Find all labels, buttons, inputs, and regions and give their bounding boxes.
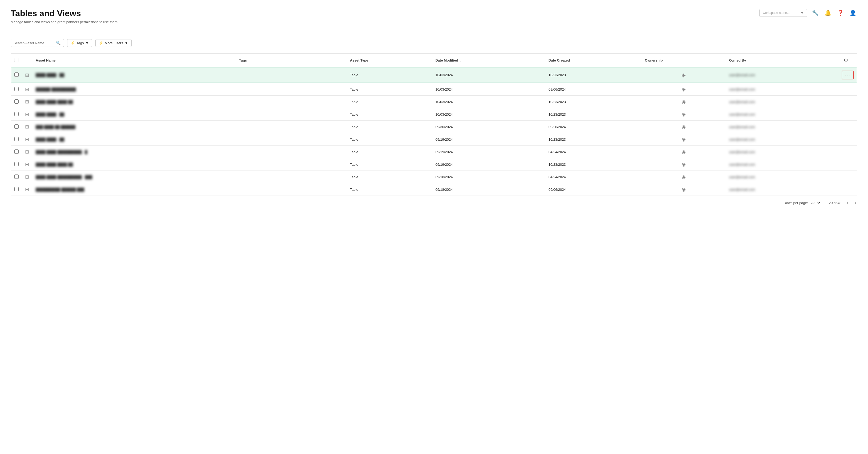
owned-by-cell: user@email.com: [726, 83, 838, 96]
table-asset-icon: ⊞: [25, 112, 29, 117]
date-created-cell: 10/23/2023: [545, 108, 642, 121]
next-page-button[interactable]: ›: [854, 200, 857, 206]
shield-icon: ◉: [682, 112, 686, 117]
actions-cell: [838, 83, 857, 96]
tags-cell: [236, 183, 347, 196]
search-icon[interactable]: 🔍: [55, 41, 61, 45]
select-all-header: [11, 54, 22, 67]
toolbar: 🔍 ⚡ Tags ▼ ⚡ More Filters ▼: [11, 39, 857, 47]
prev-page-button[interactable]: ‹: [846, 200, 849, 206]
workspace-dropdown[interactable]: workspace name... ▼: [759, 9, 807, 17]
page-title: Tables and Views: [11, 8, 118, 19]
owned-by-cell: user@email.com: [726, 171, 838, 183]
user-icon[interactable]: 👤: [848, 8, 857, 17]
date-created-cell: 10/23/2023: [545, 133, 642, 146]
row-checkbox-cell: [11, 67, 22, 83]
tags-cell: [236, 133, 347, 146]
asset-name-cell[interactable]: ██████ ██████████: [32, 83, 236, 96]
row-checkbox-cell: [11, 146, 22, 158]
owned-by-cell: user@email.com: [726, 133, 838, 146]
table-row: ⊞██████ ██████████Table10/03/202409/06/2…: [11, 83, 857, 96]
table-asset-icon: ⊞: [25, 149, 29, 154]
owned-by-cell: user@email.com: [726, 67, 838, 83]
sort-down-icon: ↓: [460, 59, 462, 62]
table-row: ⊞████ ████ - ██Table10/03/202410/23/2023…: [11, 108, 857, 121]
row-checkbox-cell: [11, 83, 22, 96]
actions-cell: [838, 146, 857, 158]
actions-cell: [838, 108, 857, 121]
settings-col-header: ⚙: [838, 54, 857, 67]
row-checkbox[interactable]: [14, 87, 19, 91]
asset-name-cell[interactable]: ██████████ ██████ ███: [32, 183, 236, 196]
shield-icon: ◉: [682, 149, 686, 154]
asset-type-cell: Table: [347, 171, 432, 183]
rows-per-page-label: Rows per page:: [783, 201, 808, 205]
asset-type-cell: Table: [347, 83, 432, 96]
ownership-cell: ◉: [642, 158, 726, 171]
date-created-cell: 10/23/2023: [545, 67, 642, 83]
tags-cell: [236, 67, 347, 83]
date-created-cell: 09/06/2024: [545, 83, 642, 96]
row-icon-cell: ⊞: [22, 108, 32, 121]
table-asset-icon: ⊞: [25, 124, 29, 129]
date-modified-cell: 09/18/2024: [432, 171, 545, 183]
row-checkbox[interactable]: [14, 175, 19, 179]
asset-name-cell[interactable]: ████ ████ - ██: [32, 67, 236, 83]
workspace-label: workspace name...: [763, 11, 790, 14]
row-checkbox[interactable]: [14, 112, 19, 116]
asset-name-cell[interactable]: ████ ████ - ██: [32, 133, 236, 146]
ownership-col-header: Ownership: [642, 54, 726, 67]
row-checkbox[interactable]: [14, 124, 19, 129]
rows-per-page-select[interactable]: 20 50 100: [810, 201, 821, 205]
tags-filter-button[interactable]: ⚡ Tags ▼: [67, 39, 92, 47]
search-box[interactable]: 🔍: [11, 39, 64, 47]
wrench-icon[interactable]: 🔧: [811, 8, 820, 17]
asset-name-cell[interactable]: ████ ████ ████ ██: [32, 158, 236, 171]
ownership-cell: ◉: [642, 121, 726, 133]
asset-type-cell: Table: [347, 96, 432, 108]
ownership-cell: ◉: [642, 133, 726, 146]
asset-name-cell[interactable]: ████ ████ - ██: [32, 108, 236, 121]
page-subtitle: Manage tables and views and grant partne…: [11, 20, 118, 24]
asset-name-cell[interactable]: ████ ████ ██████████ - ███: [32, 171, 236, 183]
table-asset-icon: ⊞: [25, 99, 29, 104]
date-modified-col-header[interactable]: Date Modified ↓: [432, 54, 545, 67]
icon-col-header: [22, 54, 32, 67]
row-checkbox-cell: [11, 183, 22, 196]
more-filters-icon: ⚡: [99, 41, 103, 45]
column-settings-button[interactable]: ⚙: [842, 56, 850, 64]
row-checkbox[interactable]: [14, 72, 19, 77]
owned-by-cell: user@email.com: [726, 121, 838, 133]
tags-cell: [236, 171, 347, 183]
more-filters-button[interactable]: ⚡ More Filters ▼: [95, 39, 132, 47]
asset-name-cell[interactable]: ████ ████ ██████████ - █: [32, 146, 236, 158]
row-checkbox[interactable]: [14, 162, 19, 166]
table-row: ⊞███ ████ ██ ██████Table09/30/202409/26/…: [11, 121, 857, 133]
row-checkbox[interactable]: [14, 187, 19, 191]
actions-cell: [838, 133, 857, 146]
row-checkbox-cell: [11, 108, 22, 121]
header-right: workspace name... ▼ 🔧 🔔 ❓ 👤: [759, 8, 857, 17]
select-all-checkbox[interactable]: [14, 58, 19, 62]
owned-by-cell: user@email.com: [726, 183, 838, 196]
row-icon-cell: ⊞: [22, 83, 32, 96]
date-created-cell: 04/24/2024: [545, 146, 642, 158]
asset-name-cell[interactable]: ████ ████ ████ ██: [32, 96, 236, 108]
help-icon[interactable]: ❓: [836, 8, 845, 17]
asset-type-cell: Table: [347, 146, 432, 158]
search-input[interactable]: [13, 41, 55, 45]
date-modified-cell: 10/03/2024: [432, 96, 545, 108]
row-checkbox[interactable]: [14, 137, 19, 141]
asset-name-cell[interactable]: ███ ████ ██ ██████: [32, 121, 236, 133]
ownership-cell: ◉: [642, 83, 726, 96]
table-asset-icon: ⊞: [25, 72, 29, 78]
date-created-cell: 10/23/2023: [545, 158, 642, 171]
more-actions-button[interactable]: ···: [842, 70, 854, 80]
row-checkbox[interactable]: [14, 149, 19, 154]
owned-by-col-header: Owned By: [726, 54, 838, 67]
date-modified-cell: 10/03/2024: [432, 67, 545, 83]
tags-col-header: Tags: [236, 54, 347, 67]
row-checkbox[interactable]: [14, 99, 19, 104]
bell-icon[interactable]: 🔔: [824, 8, 832, 17]
row-checkbox-cell: [11, 133, 22, 146]
